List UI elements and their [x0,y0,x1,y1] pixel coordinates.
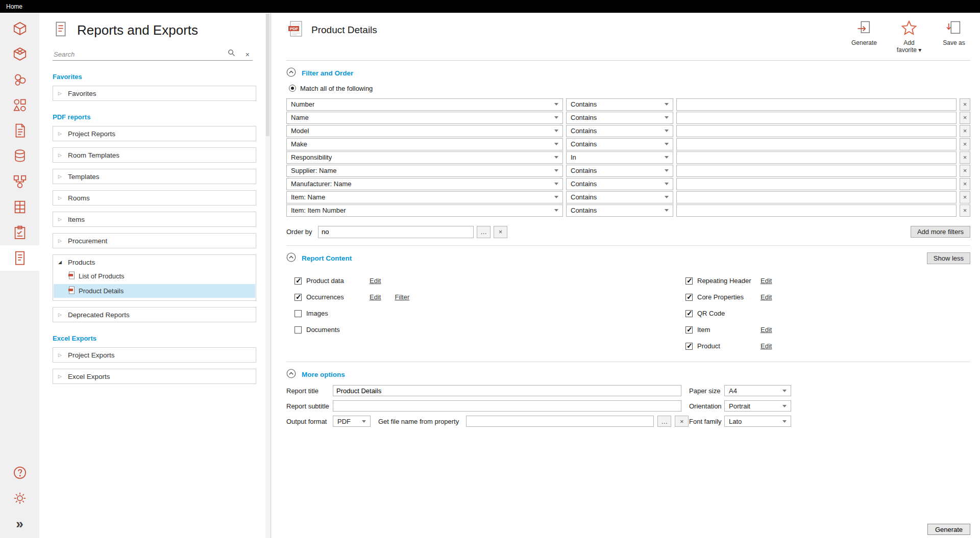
match-all-radio[interactable] [289,85,296,92]
remove-filter-button[interactable]: × [960,138,970,150]
add-favorite-button[interactable]: Add favorite ▾ [893,20,925,54]
filter-value-input[interactable] [676,138,957,150]
workflow-icon[interactable] [0,169,39,194]
sidebar-item[interactable]: ▷ Rooms [53,190,256,206]
sidebar-item[interactable]: ◢ Products List of Products Product Deta… [53,254,256,301]
documents-icon[interactable] [0,118,39,143]
remove-filter-button[interactable]: × [960,151,970,164]
filter-value-input[interactable] [676,191,957,203]
remove-filter-button[interactable]: × [960,191,970,203]
output-format-dropdown[interactable]: PDF [333,416,371,427]
order-by-browse-button[interactable]: … [477,226,491,238]
filter-field-dropdown[interactable]: Make [286,138,563,150]
expander-icon[interactable]: ▷ [58,174,63,179]
file-name-browse-button[interactable]: … [657,416,671,427]
expander-icon[interactable]: ◢ [58,260,63,265]
equipment-icon[interactable] [0,67,39,92]
edit-link[interactable]: Edit [761,342,772,350]
filter-value-input[interactable] [676,165,957,177]
content-option-checkbox[interactable] [295,326,302,334]
expander-icon[interactable]: ▷ [58,374,63,379]
sidebar-item[interactable]: ▷ Templates [53,169,256,184]
filter-operator-dropdown[interactable]: Contains [566,138,673,150]
filter-operator-dropdown[interactable]: Contains [566,112,673,124]
paper-size-dropdown[interactable]: A4 [724,385,791,396]
expander-icon[interactable]: ▷ [58,217,63,222]
report-title-input[interactable] [333,385,681,396]
edit-link[interactable]: Edit [761,293,772,301]
font-family-dropdown[interactable]: Lato [724,416,791,427]
filter-operator-dropdown[interactable]: Contains [566,178,673,190]
filter-field-dropdown[interactable]: Responsibility [286,151,563,164]
content-option-checkbox[interactable] [295,277,302,285]
components-icon[interactable] [0,92,39,118]
filter-operator-dropdown[interactable]: In [566,151,673,164]
filter-field-dropdown[interactable]: Item: Item Number [286,204,563,217]
sidebar-item[interactable]: ▷ Project Exports [53,347,256,363]
expander-icon[interactable]: ▷ [58,238,63,243]
search-icon[interactable] [228,49,235,59]
file-name-property-input[interactable] [466,416,654,427]
expander-icon[interactable]: ▷ [58,195,63,200]
filter-value-input[interactable] [676,98,957,111]
save-as-button[interactable]: Save as [938,20,970,46]
filter-field-dropdown[interactable]: Number [286,98,563,111]
expand-rail-icon[interactable]: » [0,515,39,533]
sidebar-subitem[interactable]: Product Details [54,284,255,298]
expander-icon[interactable]: ▷ [58,352,63,357]
remove-filter-button[interactable]: × [960,125,970,137]
filter-value-input[interactable] [676,112,957,124]
sidebar-scrollbar[interactable] [265,13,270,538]
filter-field-dropdown[interactable]: Item: Name [286,191,563,203]
titlebar-home-tab[interactable]: Home [6,3,22,10]
filter-field-dropdown[interactable]: Supplier: Name [286,165,563,177]
sidebar-item[interactable]: ▷ Items [53,212,256,227]
settings-icon[interactable] [0,489,39,507]
content-option-checkbox[interactable] [685,310,693,317]
filter-link[interactable]: Filter [395,293,409,301]
filter-value-input[interactable] [676,151,957,164]
content-option-checkbox[interactable] [685,343,693,350]
filter-field-dropdown[interactable]: Model [286,125,563,137]
remove-filter-button[interactable]: × [960,165,970,177]
sidebar-subitem[interactable]: List of Products [54,269,255,283]
database-icon[interactable] [0,143,39,169]
content-option-checkbox[interactable] [685,277,693,285]
sidebar-item[interactable]: ▷ Procurement [53,233,256,248]
remove-filter-button[interactable]: × [960,98,970,111]
remove-filter-button[interactable]: × [960,178,970,190]
collapse-section-icon[interactable] [286,252,296,264]
expander-icon[interactable]: ▷ [58,91,63,96]
orientation-dropdown[interactable]: Portrait [724,400,791,412]
edit-link[interactable]: Edit [761,326,772,334]
filter-operator-dropdown[interactable]: Contains [566,191,673,203]
collapse-section-icon[interactable] [286,67,296,79]
filter-operator-dropdown[interactable]: Contains [566,165,673,177]
buildings-icon[interactable] [0,41,39,67]
show-less-button[interactable]: Show less [927,252,970,264]
add-more-filters-button[interactable]: Add more filters [911,226,970,238]
expander-icon[interactable]: ▷ [58,312,63,317]
sidebar-item[interactable]: ▷ Room Templates [53,147,256,163]
model-icon[interactable] [0,16,39,41]
sidebar-item[interactable]: ▷ Project Reports [53,126,256,141]
search-input[interactable] [53,48,221,60]
clear-search-icon[interactable]: × [246,50,250,59]
edit-link[interactable]: Edit [370,293,381,301]
sidebar-item[interactable]: ▷ Favorites [53,86,256,101]
filter-operator-dropdown[interactable]: Contains [566,125,673,137]
filter-operator-dropdown[interactable]: Contains [566,98,673,111]
expander-icon[interactable]: ▷ [58,131,63,136]
generate-tool-button[interactable]: Generate [848,20,880,46]
expander-icon[interactable]: ▷ [58,152,63,158]
remove-filter-button[interactable]: × [960,204,970,217]
order-by-input[interactable] [318,226,474,238]
collapse-section-icon[interactable] [286,369,296,380]
content-option-checkbox[interactable] [295,294,302,301]
report-subtitle-input[interactable] [333,400,681,412]
edit-link[interactable]: Edit [370,277,381,285]
sidebar-item[interactable]: ▷ Deprecated Reports [53,307,256,322]
remove-filter-button[interactable]: × [960,112,970,124]
generate-button[interactable]: Generate [927,524,970,535]
filter-value-input[interactable] [676,204,957,217]
